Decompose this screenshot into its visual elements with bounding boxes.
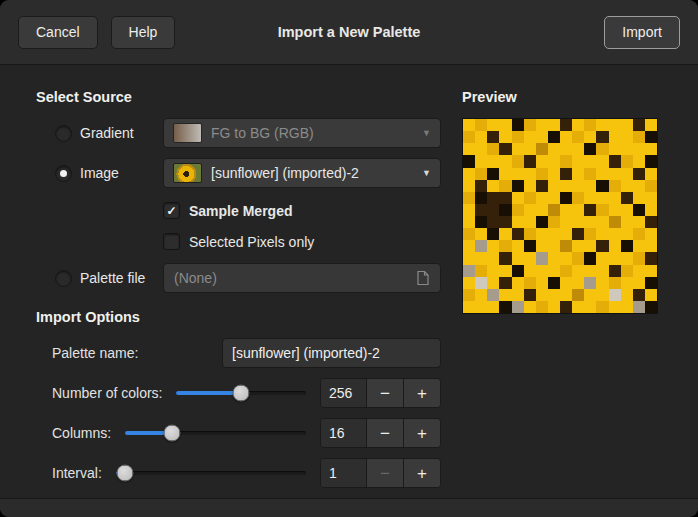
palette-preview-cell	[633, 252, 645, 264]
palette-preview-cell	[572, 119, 584, 131]
palette-preview-cell	[463, 265, 475, 277]
palette-file-chooser-button[interactable]: (None)	[163, 263, 441, 293]
palette-preview-cell	[572, 155, 584, 167]
sample-merged-checkbox[interactable]: ✓ Sample Merged	[163, 198, 441, 223]
palette-preview-cell	[609, 277, 621, 289]
palette-preview-cell	[645, 277, 657, 289]
palette-preview-cell	[536, 192, 548, 204]
num-colors-decrement-button[interactable]: −	[366, 379, 403, 407]
palette-preview-cell	[621, 131, 633, 143]
palette-preview-cell	[609, 131, 621, 143]
palette-preview-cell	[463, 277, 475, 289]
palette-preview-cell	[512, 204, 524, 216]
palette-preview-cell	[633, 301, 645, 313]
palette-preview-cell	[621, 240, 633, 252]
palette-preview-cell	[499, 143, 511, 155]
num-colors-row: Number of colors: − +	[52, 378, 441, 408]
palette-preview-cell	[645, 252, 657, 264]
palette-preview-cell	[609, 228, 621, 240]
palette-preview-cell	[609, 301, 621, 313]
palette-preview-cell	[645, 119, 657, 131]
cancel-button[interactable]: Cancel	[18, 16, 98, 49]
palette-preview-cell	[596, 277, 608, 289]
palette-preview-cell	[572, 143, 584, 155]
palette-preview-cell	[512, 252, 524, 264]
palette-preview-cell	[536, 131, 548, 143]
palette-preview-cell	[548, 277, 560, 289]
interval-increment-button[interactable]: +	[403, 459, 440, 487]
palette-name-label: Palette name:	[52, 345, 138, 361]
palette-preview-cell	[524, 119, 536, 131]
columns-increment-button[interactable]: +	[403, 419, 440, 447]
palette-preview-cell	[584, 180, 596, 192]
num-colors-slider[interactable]	[176, 378, 306, 408]
palette-preview-cell	[633, 143, 645, 155]
palette-preview-cell	[621, 265, 633, 277]
palette-preview-cell	[548, 155, 560, 167]
palette-preview-cell	[645, 228, 657, 240]
sample-merged-label: Sample Merged	[189, 203, 292, 219]
palette-preview-cell	[512, 180, 524, 192]
palette-preview-cell	[475, 277, 487, 289]
radio-icon[interactable]	[55, 165, 72, 182]
interval-input[interactable]	[321, 459, 366, 487]
palette-preview-cell	[548, 228, 560, 240]
palette-preview-cell	[596, 180, 608, 192]
palette-preview-cell	[512, 119, 524, 131]
gradient-radio[interactable]: Gradient	[36, 125, 163, 142]
palette-preview-cell	[609, 180, 621, 192]
palette-preview-cell	[609, 143, 621, 155]
help-button[interactable]: Help	[111, 16, 176, 49]
num-colors-increment-button[interactable]: +	[403, 379, 440, 407]
palette-preview-cell	[487, 204, 499, 216]
palette-preview-cell	[524, 131, 536, 143]
image-radio[interactable]: Image	[36, 165, 163, 182]
palette-preview-cell	[536, 168, 548, 180]
palette-preview-cell	[475, 301, 487, 313]
palette-preview-cell	[621, 228, 633, 240]
slider-track[interactable]	[125, 431, 306, 435]
plus-icon: +	[417, 384, 427, 403]
image-combo[interactable]: [sunflower] (imported)-2 ▼	[163, 158, 441, 188]
palette-preview-cell	[633, 289, 645, 301]
slider-handle[interactable]	[117, 465, 134, 482]
selected-pixels-checkbox[interactable]: ✓ Selected Pixels only	[163, 229, 441, 254]
columns-input[interactable]	[321, 419, 366, 447]
interval-slider[interactable]	[116, 458, 306, 488]
checkbox-icon[interactable]: ✓	[163, 233, 180, 250]
palette-preview-cell	[487, 228, 499, 240]
palette-name-input[interactable]	[222, 338, 441, 368]
palette-preview-cell	[463, 289, 475, 301]
palette-preview-cell	[512, 228, 524, 240]
image-source-row: Image [sunflower] (imported)-2 ▼	[36, 158, 441, 188]
radio-icon[interactable]	[55, 270, 72, 287]
palette-preview-cell	[596, 216, 608, 228]
palette-preview-cell	[524, 277, 536, 289]
palette-preview-cell	[499, 216, 511, 228]
file-icon	[416, 270, 430, 286]
palette-preview-cell	[645, 143, 657, 155]
palette-preview-cell	[560, 252, 572, 264]
image-thumbnail	[173, 163, 202, 183]
import-button[interactable]: Import	[604, 16, 680, 49]
palette-preview-cell	[596, 265, 608, 277]
columns-slider[interactable]	[125, 418, 306, 448]
checkbox-icon[interactable]: ✓	[163, 202, 180, 219]
palette-preview-cell	[633, 277, 645, 289]
palette-preview-cell	[621, 143, 633, 155]
palette-preview-cell	[572, 168, 584, 180]
palette-preview-cell	[645, 301, 657, 313]
slider-handle[interactable]	[233, 385, 250, 402]
radio-icon[interactable]	[55, 125, 72, 142]
interval-decrement-button[interactable]: −	[366, 459, 403, 487]
columns-decrement-button[interactable]: −	[366, 419, 403, 447]
slider-handle[interactable]	[164, 425, 181, 442]
minus-icon: −	[380, 384, 390, 403]
palette-file-radio[interactable]: Palette file	[36, 270, 163, 287]
num-colors-label: Number of colors:	[52, 385, 162, 401]
gradient-combo[interactable]: FG to BG (RGB) ▼	[163, 118, 441, 148]
palette-name-row: Palette name:	[52, 338, 441, 368]
num-colors-input[interactable]	[321, 379, 366, 407]
slider-track[interactable]	[116, 471, 306, 475]
palette-preview-cell	[499, 180, 511, 192]
